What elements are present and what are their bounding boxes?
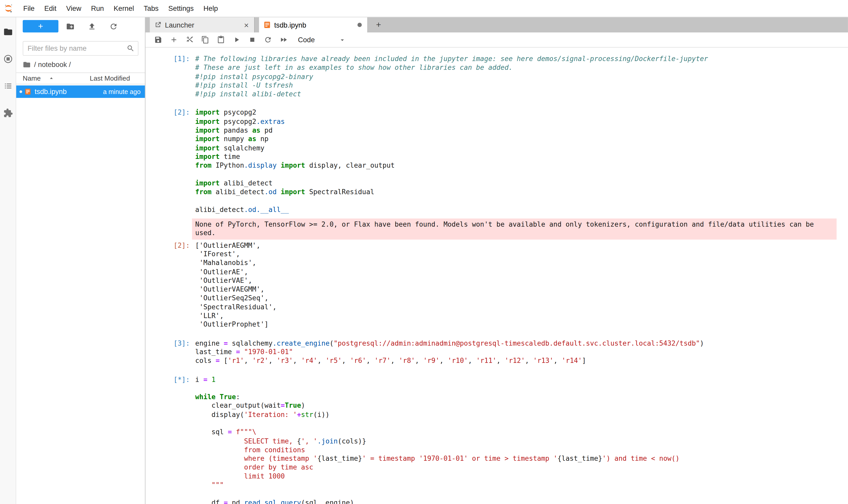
code-editor[interactable]: import psycopg2import psycopg2.extrasimp… (195, 108, 848, 214)
menu-item-settings[interactable]: Settings (164, 0, 199, 17)
code-line: import psycopg2 (195, 108, 848, 117)
dock-panel: Launcher×tsdb.ipynb+ Code [1]:# The foll… (145, 17, 848, 504)
refresh-icon (109, 22, 118, 31)
cell-type-dropdown[interactable]: Code (296, 33, 348, 46)
output-text: ['OutlierAEGMM', 'IForest', 'Mahalanobis… (195, 241, 848, 329)
code-line: while True: (195, 393, 848, 401)
menu-bar-items: FileEditViewRunKernelTabsSettingsHelp (18, 0, 223, 17)
code-line: last_time = "1970-01-01" (195, 348, 848, 356)
code-line: #!pip install alibi-detect (195, 90, 848, 98)
insert-cell-button[interactable] (166, 33, 182, 47)
cell-input: [2]:import psycopg2import psycopg2.extra… (145, 108, 848, 214)
code-line (195, 419, 848, 428)
code-editor[interactable]: engine = sqlalchemy.create_engine("postg… (195, 339, 848, 365)
restart-run-all-button[interactable] (276, 33, 291, 47)
input-prompt: [1]: (145, 55, 195, 98)
code-line: #!pip install -U tsfresh (195, 81, 848, 90)
code-line: SELECT time, {', '.join(cols)} (195, 437, 848, 446)
interrupt-kernel-button[interactable] (245, 33, 260, 47)
refresh-button[interactable] (103, 20, 124, 33)
file-item[interactable]: tsdb.ipynba minute ago (16, 86, 145, 98)
code-line (195, 490, 848, 498)
run-icon (233, 36, 241, 44)
output-line: 'OutlierAE', (195, 268, 848, 276)
output-line: 'OutlierSeq2Seq', (195, 294, 848, 303)
tab-label: Launcher (165, 21, 243, 29)
output-line: ['OutlierAEGMM', (195, 241, 848, 250)
sort-by-name[interactable]: Name (23, 75, 90, 82)
sort-by-modified[interactable]: Last Modified (90, 75, 140, 82)
output-line: 'IForest', (195, 250, 848, 258)
file-name: tsdb.ipynb (35, 88, 103, 96)
save-button[interactable] (150, 33, 166, 47)
output-line: 'Mahalanobis', (195, 258, 848, 267)
jupyterlab-window: FileEditViewRunKernelTabsSettingsHelp + … (0, 0, 848, 504)
new-folder-icon (66, 22, 75, 31)
new-tab-button[interactable]: + (372, 17, 386, 33)
input-prompt: [2]: (145, 108, 195, 214)
code-line: import psycopg2.extras (195, 117, 848, 126)
menu-item-kernel[interactable]: Kernel (109, 0, 139, 17)
notebook-toolbar: Code (145, 33, 848, 48)
folder-icon (3, 27, 13, 37)
sort-ascending-icon (49, 75, 55, 82)
code-line: limit 1000 (195, 472, 848, 481)
sidebar-tab-file-browser[interactable] (0, 18, 16, 45)
code-line: sql = f"""\ (195, 428, 848, 437)
file-filter-input[interactable] (23, 41, 138, 56)
output-line: 'OutlierProphet'] (195, 320, 848, 329)
new-launcher-button[interactable]: + (23, 20, 58, 33)
menu-item-run[interactable]: Run (86, 0, 109, 17)
breadcrumb[interactable]: / notebook / (16, 56, 145, 72)
menu-item-tabs[interactable]: Tabs (139, 0, 163, 17)
code-line: #!pip install psycopg2-binary (195, 72, 848, 81)
notebook-cell: [1]:# The following libraries have alrea… (145, 52, 848, 102)
code-line: i = 1 (195, 375, 848, 384)
column-name-label: Name (23, 75, 41, 82)
cell-output: [2]:['OutlierAEGMM', 'IForest', 'Mahalan… (145, 241, 848, 329)
paste-cells-button[interactable] (213, 33, 229, 47)
restart-icon (264, 36, 272, 44)
notebook-icon (24, 88, 31, 95)
menu-item-file[interactable]: File (18, 0, 39, 17)
output-prompt: [2]: (145, 241, 195, 329)
menu-item-help[interactable]: Help (199, 0, 223, 17)
run-button[interactable] (229, 33, 245, 47)
close-tab-icon[interactable]: × (243, 20, 250, 30)
file-list-header: Name Last Modified (16, 72, 145, 84)
notebook-toolbar-buttons (150, 33, 291, 47)
list-icon (3, 81, 13, 91)
sidebar-tab-table-of-contents[interactable] (0, 72, 16, 100)
cell-input: [*]:i = 1 while True: clear_output(wait=… (145, 375, 848, 504)
notebook-cell: [3]:engine = sqlalchemy.create_engine("p… (145, 336, 848, 368)
cut-cells-button[interactable] (182, 33, 198, 47)
notebook-content: [1]:# The following libraries have alrea… (145, 48, 848, 504)
code-line: where (timestamp '{last_time}' = timesta… (195, 454, 848, 463)
input-prompt: [3]: (145, 339, 195, 365)
code-editor[interactable]: # The following libraries have already b… (195, 55, 848, 98)
upload-icon (88, 22, 96, 31)
sidebar-tab-running-kernels[interactable] (0, 45, 16, 72)
file-list: tsdb.ipynba minute ago (16, 85, 145, 504)
restart-kernel-button[interactable] (260, 33, 276, 47)
output-line: 'LLR', (195, 312, 848, 320)
sidebar-tab-extensions[interactable] (0, 100, 16, 126)
home-folder-icon[interactable] (23, 60, 31, 69)
new-folder-button[interactable] (59, 20, 81, 33)
tab-label: tsdb.ipynb (274, 21, 357, 29)
menu-item-edit[interactable]: Edit (39, 0, 61, 17)
dock-tab-tsdb-ipynb[interactable]: tsdb.ipynb (259, 17, 367, 33)
code-line: from IPython.display import display, cle… (195, 161, 848, 170)
main-area: + / notebook / Name Last Modified tsdb.i… (0, 17, 848, 504)
code-editor[interactable]: i = 1 while True: clear_output(wait=True… (195, 375, 848, 504)
notebook-icon (264, 21, 271, 29)
search-icon (126, 44, 135, 53)
code-line: import time (195, 152, 848, 161)
cell-input: [3]:engine = sqlalchemy.create_engine("p… (145, 339, 848, 365)
menu-item-view[interactable]: View (61, 0, 86, 17)
upload-button[interactable] (81, 20, 103, 33)
dock-tab-launcher[interactable]: Launcher× (150, 17, 255, 33)
copy-icon (201, 36, 209, 44)
code-line: clear_output(wait=True) (195, 401, 848, 410)
copy-cells-button[interactable] (197, 33, 213, 47)
